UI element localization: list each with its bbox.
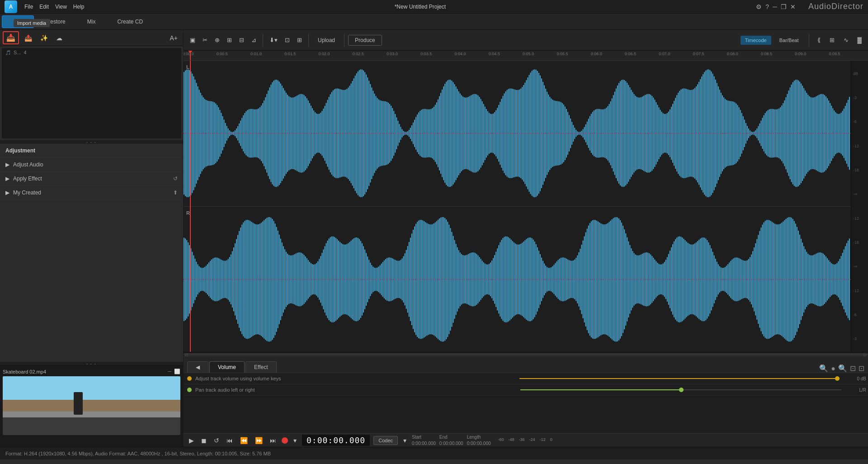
wave-tool-trim[interactable]: ✂ <box>200 35 210 45</box>
svg-rect-1806 <box>760 279 761 331</box>
wave-waveform-view[interactable]: ∿ <box>841 35 851 45</box>
menu-help[interactable]: Help <box>73 4 85 10</box>
waveform-l[interactable] <box>184 61 851 206</box>
svg-rect-1709 <box>694 243 695 279</box>
loop-button[interactable]: ↺ <box>212 436 221 445</box>
produce-button[interactable]: Produce <box>348 35 382 46</box>
wave-tool-normalize[interactable]: ⊡ <box>282 35 292 45</box>
right-panel: ▣ ✂ ⊕ ⊞ ⊟ ⊿ ⬇▾ ⊡ ⊞ Upload Produce Timeco… <box>184 30 868 447</box>
svg-rect-1934 <box>849 279 850 320</box>
close-button[interactable]: ✕ <box>790 3 796 10</box>
wave-tool-dropdown[interactable]: ⬇▾ <box>267 35 280 45</box>
restore-button[interactable]: ❒ <box>781 3 787 10</box>
svg-rect-1132 <box>295 279 296 305</box>
expand-tab-arrow[interactable]: ◀ <box>187 361 208 373</box>
effect-button[interactable]: ✨ <box>38 33 51 43</box>
wave-tool-select[interactable]: ▣ <box>187 35 198 45</box>
end-button[interactable]: ⏭ <box>268 436 278 445</box>
svg-rect-764 <box>709 133 710 197</box>
menu-edit[interactable]: Edit <box>39 4 49 10</box>
scrollbar-thumb[interactable] <box>184 353 868 356</box>
record-button[interactable] <box>282 437 288 444</box>
apply-effect-reset[interactable]: ↺ <box>173 175 178 182</box>
upload-button[interactable]: Upload <box>312 35 340 45</box>
svg-rect-693 <box>661 112 662 133</box>
svg-rect-979 <box>190 248 191 279</box>
scroll-right-arrow[interactable]: ▷ <box>863 352 867 356</box>
zoom-fit-icon[interactable]: ⊡ <box>850 364 856 373</box>
wave-zoom-out[interactable]: ⟪ <box>815 35 823 45</box>
wave-grid-view[interactable]: ⊞ <box>827 35 837 45</box>
my-created-item[interactable]: ▶ My Created ⬆ <box>0 186 183 200</box>
zoom-plus-icon[interactable]: 🔍 <box>838 364 847 373</box>
wave-tool-crop[interactable]: ⊟ <box>236 35 247 45</box>
svg-rect-1457 <box>520 243 521 279</box>
wave-spectrum-view[interactable]: ▓ <box>855 35 864 45</box>
svg-rect-655 <box>635 96 636 133</box>
codec-button[interactable]: Codec <box>373 436 398 445</box>
record-dropdown[interactable]: ▾ <box>292 436 298 445</box>
stop-button[interactable]: ◼ <box>199 436 208 445</box>
svg-rect-1462 <box>523 279 524 317</box>
wave-tool-grid[interactable]: ⊞ <box>294 35 305 45</box>
barbeat-button[interactable]: Bar/Beat <box>775 36 803 45</box>
volume-handle-2[interactable] <box>679 388 684 392</box>
svg-rect-768 <box>712 133 713 193</box>
export-media-button[interactable]: 📤 <box>22 33 35 43</box>
settings-icon[interactable]: ⚙ <box>756 3 762 10</box>
svg-rect-560 <box>569 133 570 152</box>
help-button[interactable]: ? <box>765 3 769 10</box>
svg-rect-91 <box>245 111 246 133</box>
adjust-audio-item[interactable]: ▶ Adjust Audio <box>0 158 183 172</box>
timecode-button[interactable]: Timecode <box>741 36 771 45</box>
apply-effect-item[interactable]: ▶ Apply Effect ↺ <box>0 172 183 186</box>
codec-dropdown[interactable]: ▾ <box>401 436 408 445</box>
zoom-extra-icon[interactable]: ⊡ <box>859 364 864 373</box>
back-button[interactable]: ⏪ <box>238 436 250 445</box>
menu-view[interactable]: View <box>55 4 67 10</box>
scroll-left-arrow[interactable]: ◁ <box>184 352 188 356</box>
mode-create-cd-button[interactable]: Create CD <box>106 16 154 28</box>
svg-rect-1343 <box>442 217 443 279</box>
wave-tool-fade[interactable]: ⊿ <box>249 35 259 45</box>
svg-rect-603 <box>599 109 600 133</box>
menu-file[interactable]: File <box>24 4 33 10</box>
waveform-r[interactable] <box>184 207 851 352</box>
panel-divider-1[interactable]: • • • <box>0 140 183 144</box>
font-size-button[interactable]: A+ <box>167 33 180 43</box>
svg-rect-378 <box>443 133 444 180</box>
mode-mix-button[interactable]: Mix <box>76 16 107 28</box>
svg-rect-528 <box>547 133 547 175</box>
media-file-row[interactable]: 🎵 S... 4 <box>2 48 181 57</box>
cloud-button[interactable]: ☁ <box>53 33 65 43</box>
svg-rect-615 <box>608 106 609 133</box>
video-expand-icon[interactable]: ⬜ <box>174 369 180 374</box>
rewind-button[interactable]: ⏮ <box>225 436 235 445</box>
wave-tool-merge[interactable]: ⊞ <box>224 35 235 45</box>
forward-button[interactable]: ⏩ <box>253 436 264 445</box>
volume-track-2[interactable] <box>520 389 842 390</box>
wave-tool-split[interactable]: ⊕ <box>212 35 222 45</box>
svg-rect-955 <box>842 111 843 133</box>
svg-rect-1807 <box>762 224 763 279</box>
zoom-minus-icon[interactable]: 🔍 <box>819 364 828 373</box>
svg-rect-1029 <box>225 260 226 279</box>
volume-tab[interactable]: Volume <box>209 361 245 373</box>
effect-tab[interactable]: Effect <box>245 361 276 373</box>
waveform-scrollbar[interactable]: ◁ ▷ <box>184 352 868 356</box>
svg-rect-1616 <box>629 279 630 313</box>
svg-rect-1591 <box>613 218 614 279</box>
minimize-button[interactable]: ─ <box>773 3 777 10</box>
volume-handle-1[interactable] <box>835 376 840 381</box>
play-button[interactable]: ▶ <box>187 436 196 445</box>
svg-rect-1584 <box>608 279 609 336</box>
my-created-add-icon[interactable]: ⬆ <box>173 189 178 196</box>
volume-track-1[interactable] <box>519 378 840 379</box>
svg-rect-769 <box>714 76 715 133</box>
panel-divider-2[interactable]: • • • <box>0 362 183 365</box>
svg-rect-1341 <box>440 218 441 279</box>
video-minimize-icon[interactable]: ─ <box>168 369 171 374</box>
svg-rect-420 <box>472 133 473 172</box>
import-media-button[interactable]: 📥 <box>3 31 19 44</box>
svg-rect-1066 <box>250 279 251 337</box>
